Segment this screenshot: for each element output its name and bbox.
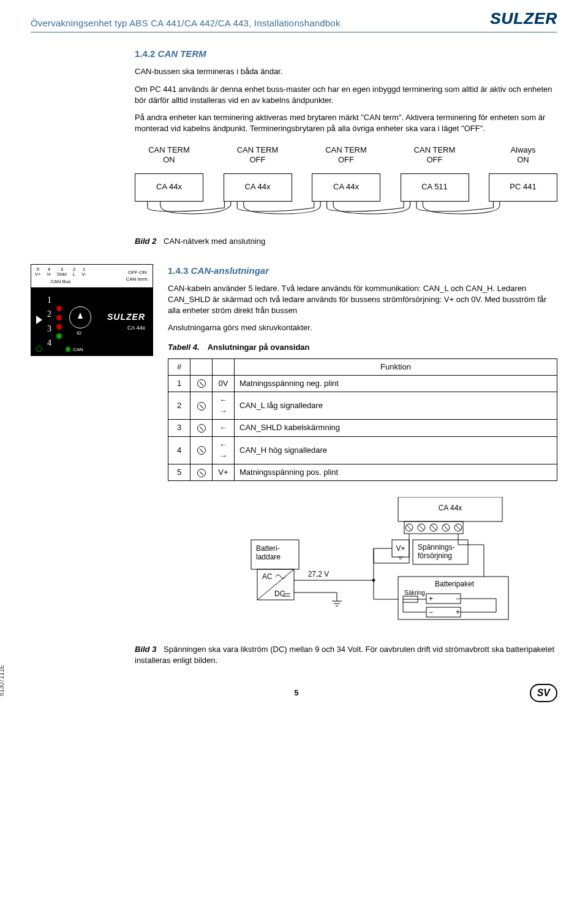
svg-text:Säkring: Säkring <box>404 589 425 596</box>
screw-terminal-icon <box>197 402 206 411</box>
can-label: CAN <box>73 346 83 353</box>
device-front-panel: 5V+4H3Shld2L1V- CAN Bus OFF-ON CAN term.… <box>31 264 153 356</box>
table-4-caption: Tabell 4. Anslutningar på ovansidan <box>168 342 557 353</box>
terminal-pin: 5V+ <box>35 267 41 277</box>
id-label: ID <box>77 330 81 336</box>
paragraph: CAN-kabeln använder 5 ledare. Två ledare… <box>168 283 557 317</box>
can-term-switch-label: OFF-ON <box>126 269 149 276</box>
svg-line-4 <box>419 525 424 530</box>
section-number: 1.4.3 <box>168 265 188 276</box>
table-row: 4← →CAN_H hög signalledare <box>168 436 557 464</box>
table-row: 2← →CAN_L låg signalledare <box>168 392 557 420</box>
led-4-icon <box>56 333 62 339</box>
can-bus-label: CAN Bus <box>35 278 86 285</box>
table-row: 10VMatningsspänning neg. plint <box>168 375 557 392</box>
paragraph: Anslutningarna görs med skruvkontakter. <box>168 322 557 333</box>
svg-text:−: − <box>456 594 460 603</box>
wiring-diagram: CA 44x Batteri-laddare AC <box>135 497 557 632</box>
figure-2-caption: Bild 2 CAN-nätverk med anslutning <box>135 236 557 247</box>
section-1-4-2: 1.4.2 CAN TERM CAN-bussen ska termineras… <box>135 47 557 246</box>
device-model: CA 44x <box>107 324 145 332</box>
svg-line-10 <box>456 525 461 530</box>
screw-terminal-icon <box>197 424 206 433</box>
svg-text:AC: AC <box>262 572 273 581</box>
svg-line-2 <box>407 525 412 530</box>
led-3-icon <box>56 324 62 330</box>
svg-text:V+: V+ <box>396 544 405 553</box>
channel-number: 2 <box>47 308 51 320</box>
terminal-pin: 4H <box>47 267 51 277</box>
table-row: 5V+Matningsspänning pos. plint <box>168 464 557 480</box>
paragraph: Om PC 441 används är denna enhet buss-ma… <box>135 84 557 106</box>
brand-logo: SULZER <box>490 7 557 29</box>
terminal-pin: 1V- <box>81 267 86 277</box>
screw-terminal-icon <box>197 469 206 477</box>
page-number: 5 <box>63 688 530 699</box>
paragraph: På andra enheter kan terminering aktiver… <box>135 112 557 134</box>
power-icon <box>36 346 42 352</box>
svg-text:Spännings-försörjning: Spännings-försörjning <box>418 543 455 560</box>
net-node-box: CA 44x <box>224 173 292 202</box>
channel-number: 1 <box>47 294 51 306</box>
svg-text:Batteripaket: Batteripaket <box>435 580 475 588</box>
led-1-icon <box>56 306 62 311</box>
net-node-label: CAN TERMOFF <box>312 145 380 164</box>
paragraph: CAN-bussen ska termineras i båda ändar. <box>135 66 557 77</box>
terminal-pin: 3Shld <box>57 267 67 277</box>
ca44x-label: CA 44x <box>439 504 462 512</box>
figure-3-caption: Bild 3 Spänningen ska vara likström (DC)… <box>135 644 557 666</box>
svg-line-6 <box>431 525 436 530</box>
can-term-label: CAN term. <box>126 276 149 282</box>
svg-text:Batteri-laddare: Batteri-laddare <box>256 544 281 561</box>
language-badge: SV <box>530 684 557 702</box>
page-header: Övervakningsenhet typ ABS CA 441/CA 442/… <box>31 0 557 32</box>
table-4: # Funktion 10VMatningsspänning neg. plin… <box>168 358 557 482</box>
svg-line-8 <box>443 525 448 530</box>
net-node-label: CAN TERMON <box>135 145 203 164</box>
svg-text:27,2 V: 27,2 V <box>308 570 330 578</box>
id-dial-icon <box>69 306 91 328</box>
table-row: 3←CAN_SHLD kabelskärmning <box>168 420 557 436</box>
led-2-icon <box>56 315 62 320</box>
screw-terminal-icon <box>197 446 206 455</box>
net-node-box: PC 441 <box>489 173 557 202</box>
col-hash: # <box>168 358 190 375</box>
net-node-box: CA 44x <box>135 173 203 202</box>
svg-text:+: + <box>456 608 460 616</box>
net-node-label: CAN TERMOFF <box>401 145 469 164</box>
channel-number: 4 <box>47 337 51 349</box>
channel-number: 3 <box>47 323 51 335</box>
can-network-diagram: CAN TERMONCAN TERMOFFCAN TERMOFFCAN TERM… <box>135 145 557 217</box>
net-node-box: CA 511 <box>401 173 469 202</box>
screw-terminal-icon <box>197 379 206 388</box>
can-led-icon <box>66 347 70 352</box>
net-node-label: CAN TERMOFF <box>224 145 292 164</box>
document-code: 81307111E <box>0 665 6 696</box>
device-brand: SULZER <box>107 311 145 324</box>
section-number: 1.4.2 <box>135 48 155 59</box>
section-title: CAN TERM <box>158 48 206 59</box>
play-icon <box>36 316 42 324</box>
section-title: CAN-anslutningar <box>191 265 270 276</box>
net-node-label: AlwaysON <box>489 145 557 164</box>
net-node-box: CA 44x <box>312 173 380 202</box>
terminal-pin: 2L <box>73 267 75 277</box>
doc-title: Övervakningsenhet typ ABS CA 441/CA 442/… <box>31 17 341 29</box>
svg-text:−: − <box>429 608 433 616</box>
col-function: Funktion <box>235 358 557 375</box>
svg-text:+: + <box>429 594 433 603</box>
